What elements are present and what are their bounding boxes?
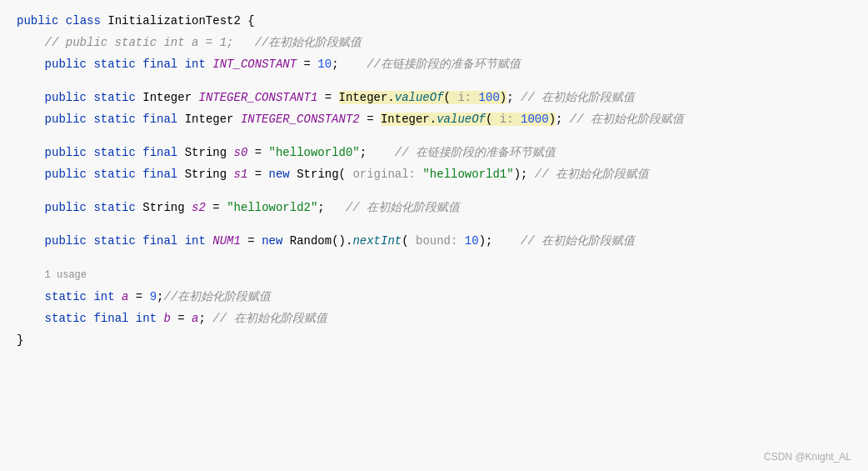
code-line-5: public static Integer INTEGER_CONSTANT1 …	[17, 87, 851, 108]
code-line-18: }	[17, 329, 851, 351]
code-line-1: public class InitializationTest2 {	[17, 10, 851, 32]
code-line-3: public static final int INT_CONSTANT = 1…	[17, 53, 851, 75]
code-line-10	[17, 185, 851, 197]
code-line-13: public static final int NUM1 = new Rando…	[17, 230, 851, 252]
watermark: CSDN @Knight_AL	[764, 451, 851, 463]
code-line-4	[17, 75, 851, 87]
code-line-11: public static String s2 = "helloworld2";…	[17, 197, 851, 218]
usage-hint: 1 usage	[45, 269, 87, 281]
code-line-16: static int a = 9;//在初始化阶段赋值	[17, 286, 851, 308]
code-line-9: public static final String s1 = new Stri…	[17, 163, 851, 185]
code-line-17: static final int b = a; // 在初始化阶段赋值	[17, 308, 851, 329]
code-line-8: public static final String s0 = "hellowo…	[17, 142, 851, 163]
code-line-usage: 1 usage	[17, 263, 851, 286]
code-line-14	[17, 252, 851, 263]
code-line-6: public static final Integer INTEGER_CONS…	[17, 108, 851, 130]
code-editor: public class InitializationTest2 { // pu…	[0, 0, 868, 471]
code-line-7	[17, 130, 851, 142]
code-line-2: // public static int a = 1; //在初始化阶段赋值	[17, 32, 851, 53]
code-line-12	[17, 218, 851, 230]
